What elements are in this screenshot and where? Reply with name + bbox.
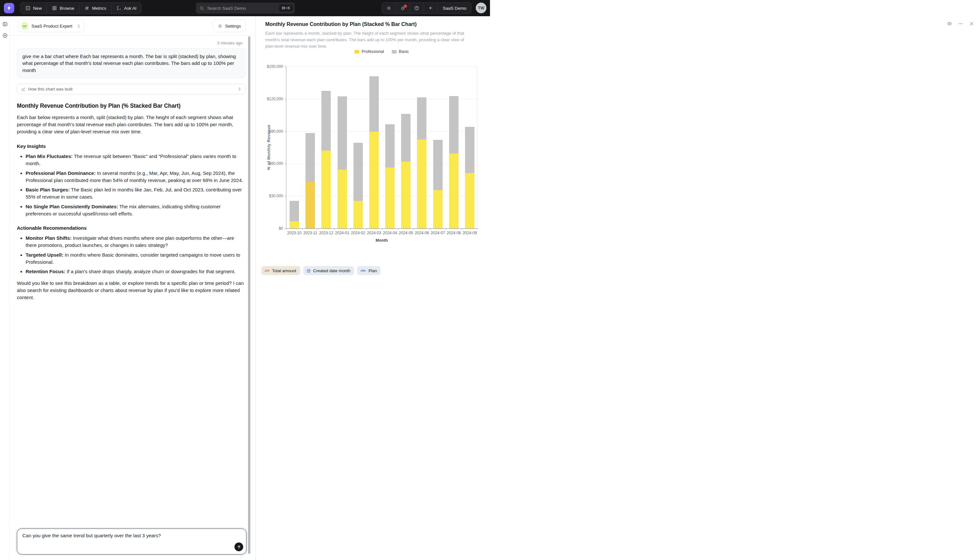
settings-gear-button[interactable] bbox=[382, 3, 396, 13]
chat-scrollbar[interactable] bbox=[248, 36, 250, 280]
bar-segment-professional-2024-02[interactable] bbox=[354, 201, 363, 228]
insights-heading: Key Insights bbox=[17, 143, 246, 149]
assistant-response: Monthly Revenue Contribution by Plan (% … bbox=[17, 103, 246, 280]
bar-segment-professional-2024-09[interactable] bbox=[465, 173, 474, 228]
y-axis-tick bbox=[285, 163, 286, 164]
nav-item-ask-ai[interactable]: Ask AI bbox=[111, 3, 141, 13]
field-tag-plan[interactable]: AbcPlan bbox=[357, 266, 381, 275]
field-tags: 123Total amountCreated date monthAbcPlan bbox=[261, 266, 381, 275]
nav-item-label: New bbox=[33, 6, 42, 11]
bar-segment-professional-2024-01[interactable] bbox=[337, 170, 347, 228]
bar-segment-professional-2024-04[interactable] bbox=[385, 167, 395, 228]
notifications-button[interactable] bbox=[396, 3, 410, 13]
help-button[interactable] bbox=[410, 3, 424, 13]
field-tag-label: Created date month bbox=[313, 268, 350, 273]
toggle-sidebar-button[interactable] bbox=[0, 19, 10, 29]
bar-segment-professional-2023-10[interactable] bbox=[290, 221, 299, 228]
grid-icon bbox=[52, 5, 57, 11]
bar-segment-professional-2024-07[interactable] bbox=[433, 190, 443, 228]
text-type-icon: Abc bbox=[360, 269, 366, 272]
bar-segment-basic-2024-09[interactable] bbox=[465, 127, 474, 173]
gridline bbox=[286, 99, 477, 99]
x-axis-tick bbox=[430, 228, 430, 230]
bar-segment-basic-2024-02[interactable] bbox=[354, 143, 363, 201]
bar-segment-professional-2024-06[interactable] bbox=[417, 140, 427, 228]
field-tag-created-date-month[interactable]: Created date month bbox=[303, 266, 354, 275]
top-navbar: New Browse Metrics Ask AI Search SaaS De… bbox=[0, 0, 490, 16]
search-icon bbox=[199, 6, 204, 11]
y-axis-tick-label: $150,000 bbox=[267, 64, 283, 69]
bar-segment-professional-2024-03[interactable] bbox=[369, 132, 379, 228]
y-axis-tick-label: $60,000 bbox=[269, 161, 283, 166]
list-item: Monitor Plan Shifts: Investigate what dr… bbox=[26, 235, 246, 249]
chat-panel: SP SaaS Product Expert Settings 3 minute… bbox=[10, 16, 256, 280]
how-chart-built-toggle[interactable]: How this chart was built bbox=[17, 84, 246, 94]
app-logo[interactable] bbox=[4, 3, 14, 13]
agent-avatar: SP bbox=[21, 22, 28, 30]
x-axis-tick-label: 2024-02 bbox=[351, 231, 365, 235]
x-axis-tick bbox=[446, 228, 446, 230]
x-axis-tick bbox=[478, 228, 478, 230]
nav-item-metrics[interactable]: Metrics bbox=[80, 3, 111, 13]
user-avatar[interactable]: TW bbox=[476, 3, 487, 13]
list-item: Basic Plan Surges: The Basic plan led in… bbox=[26, 186, 246, 200]
bar-segment-professional-2024-08[interactable] bbox=[449, 153, 458, 228]
bar-segment-professional-2023-12[interactable] bbox=[321, 150, 331, 228]
nav-item-browse[interactable]: Browse bbox=[47, 3, 80, 13]
field-tag-total-amount[interactable]: 123Total amount bbox=[261, 266, 300, 275]
left-rail bbox=[0, 16, 10, 280]
legend-swatch bbox=[354, 50, 359, 53]
workspace-menu[interactable]: SaaS Demo bbox=[438, 3, 471, 13]
bar-segment-basic-2024-03[interactable] bbox=[369, 76, 379, 132]
response-closing: Would you like to see this breakdown as … bbox=[17, 280, 246, 280]
x-axis-tick-label: 2024-03 bbox=[367, 231, 381, 235]
x-axis-tick bbox=[334, 228, 335, 230]
nav-item-new[interactable]: New bbox=[20, 3, 47, 13]
chart-panel-title: Monthly Revenue Contribution by Plan (St… bbox=[265, 22, 417, 27]
agent-selector[interactable]: SP SaaS Product Expert bbox=[18, 20, 84, 32]
legend-item-professional[interactable]: Professional bbox=[354, 49, 384, 54]
chevron-up-down-icon bbox=[76, 24, 81, 28]
legend-swatch bbox=[392, 50, 397, 53]
lightning-bolt-icon bbox=[6, 5, 12, 11]
insights-list: Plan Mix Fluctuates: The revenue split b… bbox=[17, 153, 246, 217]
x-axis-tick-label: 2024-08 bbox=[447, 231, 461, 235]
list-item: No Single Plan Consistently Dominates: T… bbox=[26, 203, 246, 217]
bar-segment-basic-2023-10[interactable] bbox=[290, 201, 299, 221]
new-thread-button[interactable] bbox=[0, 30, 10, 40]
x-axis-tick-label: 2023-10 bbox=[287, 231, 302, 235]
bar-segment-professional-2023-11[interactable] bbox=[306, 182, 315, 228]
field-tag-label: Total amount bbox=[272, 268, 296, 273]
field-tag-label: Plan bbox=[369, 268, 377, 273]
notification-dot bbox=[404, 5, 407, 8]
x-axis-tick bbox=[382, 228, 382, 230]
bar-segment-professional-2024-05[interactable] bbox=[401, 162, 410, 228]
plus-square-icon bbox=[25, 5, 30, 11]
chat-scroll-area[interactable]: 3 minutes ago give me a bar chart where … bbox=[10, 36, 256, 280]
global-search-input[interactable]: Search SaaS Demo ⌘+K bbox=[196, 3, 295, 13]
panel-expand-icon bbox=[2, 22, 8, 27]
bar-segment-basic-2023-11[interactable] bbox=[306, 133, 315, 182]
bar-segment-basic-2024-01[interactable] bbox=[337, 97, 347, 170]
recommendations-heading: Actionable Recommendations bbox=[17, 225, 246, 231]
x-axis-tick-label: 2024-06 bbox=[415, 231, 429, 235]
bar-segment-basic-2024-04[interactable] bbox=[385, 124, 395, 167]
y-axis-tick-label: $30,000 bbox=[269, 194, 283, 198]
list-item: Targeted Upsell: In months where Basic d… bbox=[26, 252, 246, 266]
x-axis-tick bbox=[366, 228, 367, 230]
scrollbar-thumb[interactable] bbox=[248, 36, 250, 280]
settings-label: Settings bbox=[225, 24, 241, 28]
message-timestamp: 3 minutes ago bbox=[17, 41, 246, 45]
nav-item-label: Browse bbox=[60, 6, 74, 11]
bar-segment-basic-2024-08[interactable] bbox=[449, 96, 458, 153]
bar-segment-basic-2024-06[interactable] bbox=[417, 97, 427, 140]
bar-segment-basic-2023-12[interactable] bbox=[321, 91, 331, 151]
bar-segment-basic-2024-07[interactable] bbox=[433, 140, 443, 190]
nav-item-label: Metrics bbox=[92, 6, 106, 11]
agent-settings-button[interactable]: Settings bbox=[213, 20, 246, 32]
x-axis-tick-label: 2023-12 bbox=[319, 231, 333, 235]
legend-item-basic[interactable]: Basic bbox=[392, 49, 409, 54]
bar-segment-basic-2024-05[interactable] bbox=[401, 114, 410, 161]
y-axis-tick bbox=[285, 67, 286, 67]
ai-sparkles-button[interactable] bbox=[424, 3, 438, 13]
